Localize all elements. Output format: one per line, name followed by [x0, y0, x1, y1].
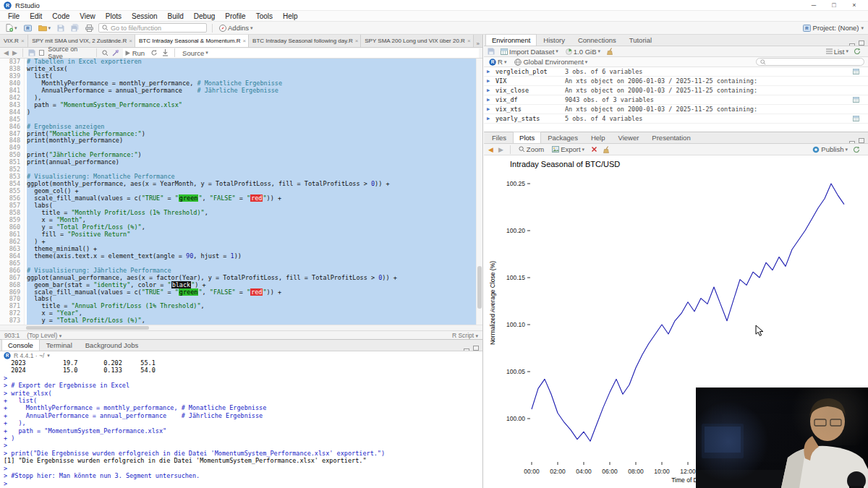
editor-horizontal-scrollbar[interactable] — [0, 325, 482, 330]
menu-code[interactable]: Code — [47, 12, 75, 20]
environment-object-row[interactable]: ▶vix_xtsAn xts object on 2000-01-03 / 20… — [484, 105, 868, 114]
expand-icon[interactable]: ▶ — [487, 116, 493, 121]
editor-vertical-scrollbar[interactable] — [476, 59, 482, 325]
plots-tab-packages[interactable]: Packages — [541, 132, 584, 143]
menu-help[interactable]: Help — [278, 12, 303, 20]
menu-plots[interactable]: Plots — [101, 12, 127, 20]
console-tab-background-jobs[interactable]: Background Jobs — [79, 339, 145, 351]
menu-tools[interactable]: Tools — [251, 12, 278, 20]
environment-object-row[interactable]: ▶VIXAn xts object on 2006-01-03 / 2025-1… — [484, 77, 868, 86]
expand-icon[interactable]: ▶ — [487, 78, 493, 84]
export-button[interactable]: Export ▾ — [550, 145, 586, 154]
scope-selector[interactable]: (Top Level) ▾ — [27, 332, 61, 339]
menu-file[interactable]: File — [3, 12, 25, 20]
environment-object-row[interactable]: ▶vix_closeAn xts object on 2000-01-03 / … — [484, 86, 868, 95]
close-tab-icon[interactable]: × — [129, 38, 132, 44]
r-session-label[interactable]: R 4.4.1 · ~/ — [14, 352, 44, 359]
memory-usage-indicator[interactable]: 1.0 GiB ▾ — [564, 47, 602, 56]
environment-object-row[interactable]: ▶vix_df9043 obs. of 3 variables — [484, 95, 868, 105]
close-button[interactable]: × — [844, 0, 864, 11]
view-table-icon[interactable] — [853, 69, 859, 74]
expand-icon[interactable]: ▶ — [487, 69, 493, 74]
publish-button[interactable]: Publish ▾ — [811, 145, 849, 154]
environment-tab-history[interactable]: History — [537, 34, 571, 46]
goto-file-input[interactable]: Go to file/function — [98, 23, 207, 33]
expand-icon[interactable]: ▶ — [487, 97, 493, 103]
menu-view[interactable]: View — [75, 12, 101, 20]
refresh-icon[interactable] — [853, 146, 860, 153]
zoom-button[interactable]: Zoom — [517, 145, 545, 154]
close-tab-icon[interactable]: × — [242, 38, 246, 44]
pane-minimize-icon[interactable] — [849, 43, 855, 46]
language-selector[interactable]: R R ▾ — [488, 57, 508, 67]
environment-tab-tutorial[interactable]: Tutorial — [623, 34, 658, 46]
plot-back-button[interactable]: ◀ — [488, 146, 493, 153]
doc-type-selector[interactable]: R Script ▾ — [452, 332, 478, 339]
console-tab-console[interactable]: Console — [1, 339, 40, 351]
expand-icon[interactable]: ▶ — [487, 87, 493, 93]
pane-maximize-icon[interactable] — [859, 40, 864, 46]
menu-profile[interactable]: Profile — [220, 12, 250, 20]
environment-tab-connections[interactable]: Connections — [571, 34, 623, 46]
close-tab-icon[interactable]: × — [355, 38, 359, 44]
close-tab-icon[interactable]: × — [21, 38, 25, 44]
source-down-icon[interactable] — [162, 49, 169, 56]
plots-tab-viewer[interactable]: Viewer — [611, 132, 645, 143]
project-selector[interactable]: R Project: (None) ▾ — [803, 24, 864, 32]
console-tab-terminal[interactable]: Terminal — [40, 339, 79, 351]
pane-minimize-icon[interactable] — [849, 141, 855, 143]
menu-session[interactable]: Session — [127, 12, 163, 20]
view-table-icon[interactable] — [853, 116, 859, 121]
import-dataset-button[interactable]: Import Dataset ▾ — [499, 47, 560, 56]
code-editor[interactable]: 8378388398408418428438448458468478488498… — [0, 59, 482, 325]
source-tab[interactable]: VIX.R× — [0, 35, 28, 47]
environment-search-input[interactable] — [756, 58, 864, 66]
nav-back-button[interactable]: ◀ — [4, 49, 9, 56]
save-icon[interactable] — [488, 48, 495, 55]
plots-tab-plots[interactable]: Plots — [513, 132, 541, 143]
pane-maximize-icon[interactable] — [473, 346, 479, 351]
broom-icon[interactable] — [603, 146, 610, 153]
refresh-icon[interactable] — [854, 48, 861, 55]
plots-tab-help[interactable]: Help — [584, 132, 612, 143]
environment-selector[interactable]: Global Environment ▾ — [513, 57, 589, 67]
environment-object-row[interactable]: ▶vergleich_plot3 obs. of 6 variables — [484, 67, 868, 77]
broom-icon[interactable] — [606, 48, 614, 55]
menu-debug[interactable]: Debug — [189, 12, 220, 20]
save-all-button[interactable] — [69, 23, 80, 33]
save-button[interactable] — [56, 24, 66, 33]
source-tab[interactable]: BTC Intraday Seasonal following day.R× — [249, 35, 361, 47]
pane-maximize-icon[interactable] — [859, 138, 864, 143]
close-tab-icon[interactable]: × — [467, 38, 471, 44]
maximize-button[interactable]: □ — [824, 0, 844, 11]
open-file-button[interactable]: ▾ — [37, 24, 53, 33]
find-icon[interactable] — [102, 50, 109, 56]
source-tab[interactable]: SPY SMA 200 Long und VIX über 20.R× — [361, 35, 473, 47]
source-on-save-checkbox[interactable] — [39, 50, 45, 56]
console-output[interactable]: 2023 19.7 0.202 55.1 2024 15.0 0.133 54.… — [0, 359, 482, 488]
save-icon[interactable] — [28, 49, 35, 56]
plot-forward-button[interactable]: ▶ — [498, 146, 503, 153]
plots-tab-files[interactable]: Files — [485, 132, 513, 143]
environment-object-row[interactable]: ▶yearly_stats5 obs. of 4 variables — [484, 114, 868, 124]
addins-button[interactable]: Addins ▾ — [218, 23, 255, 33]
env-view-mode-button[interactable]: List ▾ — [825, 47, 850, 56]
environment-tab-environment[interactable]: Environment — [485, 34, 537, 46]
nav-forward-button[interactable]: ▶ — [12, 49, 17, 56]
source-tab[interactable]: BTC Intraday Seasonal & Momentum.R× — [135, 35, 249, 47]
pane-minimize-icon[interactable] — [464, 348, 469, 351]
expand-icon[interactable]: ▶ — [487, 106, 493, 112]
plots-tab-presentation[interactable]: Presentation — [645, 132, 697, 143]
run-button[interactable]: Run — [123, 48, 146, 58]
new-project-button[interactable]: R — [22, 24, 33, 33]
source-button[interactable]: Source ▾ — [181, 48, 210, 58]
minimize-button[interactable]: ─ — [804, 0, 824, 11]
tab-overflow-icon[interactable]: » — [474, 40, 482, 47]
code-tools-icon[interactable] — [112, 49, 119, 56]
menu-build[interactable]: Build — [163, 12, 189, 20]
remove-plot-icon[interactable] — [591, 146, 597, 153]
view-table-icon[interactable] — [853, 97, 859, 103]
print-button[interactable] — [84, 24, 95, 33]
new-file-button[interactable]: ▾ — [4, 23, 19, 33]
rerun-icon[interactable] — [150, 49, 158, 56]
